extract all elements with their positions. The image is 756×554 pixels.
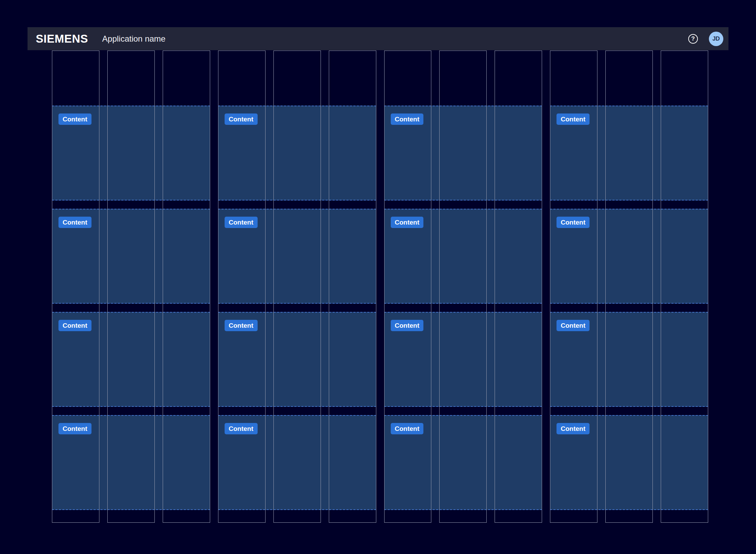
content-chip: Content <box>557 217 590 228</box>
content-block: Content <box>218 106 376 200</box>
content-block: Content <box>384 209 542 304</box>
content-chip: Content <box>58 320 91 331</box>
content-chip: Content <box>225 113 258 125</box>
content-chip: Content <box>557 320 590 331</box>
content-chip: Content <box>391 423 424 434</box>
content-chip: Content <box>58 217 91 228</box>
content-chip: Content <box>391 217 424 228</box>
content-block: Content <box>218 415 376 510</box>
content-chip: Content <box>225 320 258 331</box>
content-block: Content <box>550 209 708 304</box>
content-chip: Content <box>391 320 424 331</box>
layout-grid: Content Content Content Content Content … <box>52 51 708 523</box>
siemens-logo: SIEMENS <box>36 33 88 44</box>
content-block: Content <box>550 415 708 510</box>
content-block: Content <box>384 312 542 407</box>
page: { "header": { "brand": "SIEMENS", "app_n… <box>0 0 756 554</box>
content-block: Content <box>384 106 542 200</box>
content-chip: Content <box>225 423 258 434</box>
content-block: Content <box>550 312 708 407</box>
help-glyph: ? <box>691 35 695 42</box>
help-icon[interactable]: ? <box>688 34 698 44</box>
avatar-initials: JD <box>712 35 720 42</box>
content-chip: Content <box>58 113 91 125</box>
content-block: Content <box>52 312 210 407</box>
content-chip: Content <box>58 423 91 434</box>
content-block: Content <box>52 106 210 200</box>
application-name: Application name <box>102 35 165 43</box>
app-header: SIEMENS Application name ? JD <box>28 27 728 50</box>
header-actions: ? JD <box>688 32 723 46</box>
content-block: Content <box>384 415 542 510</box>
content-block: Content <box>218 209 376 304</box>
content-block: Content <box>52 415 210 510</box>
content-chip: Content <box>557 423 590 434</box>
avatar[interactable]: JD <box>709 32 723 46</box>
content-block: Content <box>550 106 708 200</box>
content-chip: Content <box>557 113 590 125</box>
content-chip: Content <box>225 217 258 228</box>
content-chip: Content <box>391 113 424 125</box>
content-block: Content <box>52 209 210 304</box>
content-block: Content <box>218 312 376 407</box>
